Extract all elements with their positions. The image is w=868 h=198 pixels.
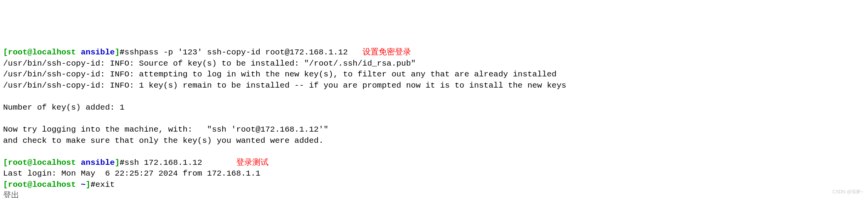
annotation-2: 登录测试 — [236, 158, 269, 167]
prompt-space — [76, 180, 81, 189]
output-line-7: Now try logging into the machine, with: … — [3, 125, 328, 134]
output-line-3: /usr/bin/ssh-copy-id: INFO: 1 key(s) rem… — [3, 81, 566, 90]
output-line-1: /usr/bin/ssh-copy-id: INFO: Source of ke… — [3, 59, 416, 68]
command-1: sshpass -p '123' ssh-copy-id root@172.16… — [124, 48, 348, 57]
prompt-host: localhost — [32, 180, 76, 189]
prompt-hash: # — [120, 158, 125, 167]
command-2: ssh 172.168.1.12 — [124, 158, 202, 167]
prompt-user: root — [8, 180, 27, 189]
prompt-user: root — [8, 158, 27, 167]
prompt-close: ] — [115, 158, 120, 167]
prompt-at: @ — [27, 158, 32, 167]
prompt-at: @ — [27, 48, 32, 57]
prompt-host: localhost — [32, 158, 76, 167]
prompt-hash: # — [91, 180, 96, 189]
prompt-host: localhost — [32, 48, 76, 57]
terminal-line-1: [root@localhost ansible]#sshpass -p '123… — [3, 48, 411, 57]
prompt-user: root — [8, 48, 27, 57]
prompt-path: ansible — [81, 158, 115, 167]
output-line-10: Last login: Mon May 6 22:25:27 2024 from… — [3, 169, 260, 178]
prompt-space — [76, 158, 81, 167]
prompt-close: ] — [86, 180, 91, 189]
prompt-hash: # — [120, 48, 125, 57]
output-line-11: 登出 — [3, 191, 19, 198]
annotation-1: 设置免密登录 — [363, 48, 411, 57]
output-line-5: Number of key(s) added: 1 — [3, 103, 124, 112]
terminal-line-2: [root@localhost ansible]#ssh 172.168.1.1… — [3, 158, 269, 167]
prompt-open: [ — [3, 180, 8, 189]
watermark: CSDN @張夢~ — [832, 189, 863, 195]
prompt-open: [ — [3, 158, 8, 167]
prompt-at: @ — [27, 180, 32, 189]
terminal-line-3: [root@localhost ~]#exit — [3, 180, 115, 189]
prompt-open: [ — [3, 48, 8, 57]
prompt-path: ~ — [81, 180, 86, 189]
prompt-close: ] — [115, 48, 120, 57]
command-3: exit — [96, 180, 115, 189]
prompt-space — [76, 48, 81, 57]
output-line-2: /usr/bin/ssh-copy-id: INFO: attempting t… — [3, 70, 557, 79]
prompt-path: ansible — [81, 48, 115, 57]
output-line-8: and check to make sure that only the key… — [3, 136, 324, 145]
